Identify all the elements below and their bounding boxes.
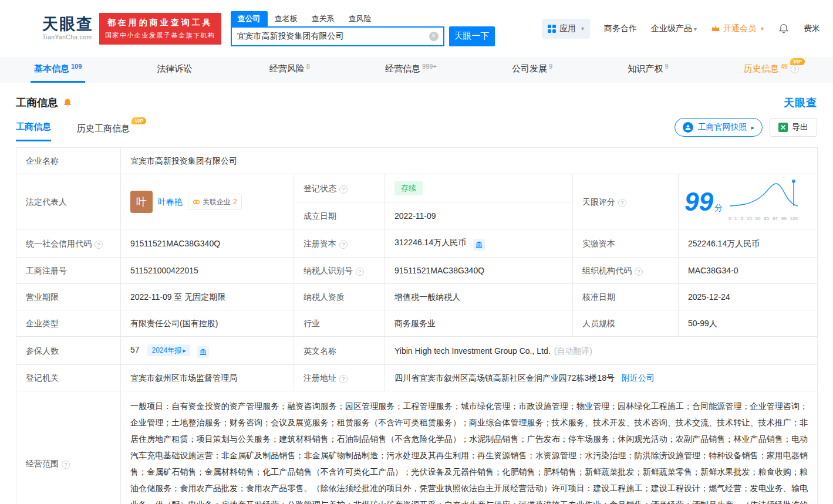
apps-label: 应用 [559,23,576,34]
taxpayer-quality-value: 增值税一般纳税人 [385,284,573,310]
export-button[interactable]: 导出 [770,118,817,137]
field-label: 工商注册号 [16,258,121,284]
chevron-right-icon: ▸ [751,124,754,131]
field-label: 实缴资本 [573,229,679,258]
help-icon[interactable]: ? [95,241,103,249]
logo-text: 天眼查 TianYanCha.com [42,16,93,40]
search-tab-company[interactable]: 查公司 [231,11,268,26]
legal-rep-avatar[interactable]: 叶 [130,191,153,213]
tab-label: 经营信息 [385,63,420,75]
nav-open-vip[interactable]: 开通会员 ▾ [711,23,764,34]
help-icon[interactable]: ? [339,375,348,383]
apps-menu-button[interactable]: 应用 ▾ [542,19,590,39]
table-row-credit-code: 统一社会信用代码? 91511521MAC38G340Q 注册资本? 31224… [16,229,818,258]
tab-company-development[interactable]: 公司发展9 [508,57,556,83]
slogan-banner: 都在用的商业查询工具 国家中小企业发展子基金旗下机构 [99,13,221,45]
table-row-reg-number: 工商注册号 511521000422015 纳税人识别号? 91511521MA… [16,258,818,284]
field-label: 人员规模 [573,310,679,337]
help-icon[interactable]: ? [791,65,799,73]
chevron-down-icon: ▾ [761,25,764,32]
logo-swirl-icon [8,14,38,43]
field-label: 企业类型 [16,310,121,337]
help-icon[interactable]: ? [339,185,348,194]
tab-count: 109 [71,63,82,70]
capital-detail-icon[interactable] [473,239,485,251]
legal-rep-name-link[interactable]: 叶春艳 [158,195,183,208]
tab-label: 基本信息 [34,63,69,75]
field-label: 英文名称 [294,337,385,365]
nav-enterprise-products[interactable]: 企业级产品▾ [651,23,697,34]
help-icon[interactable]: ? [356,268,364,276]
site-header: 天眼查 TianYanCha.com 都在用的商业查询工具 国家中小企业发展子基… [0,0,833,57]
business-info-table: 企业名称 宜宾市高新投资集团有限公司 法定代表人 叶 叶春艳 关联企业 2 [16,147,818,504]
tab-legal-litigation[interactable]: 法律诉讼 [154,57,198,83]
chevron-down-icon: ▾ [694,26,697,32]
search-tab-relation[interactable]: 查关系 [305,11,342,26]
field-label: 注册资本? [294,229,385,258]
search-input[interactable] [232,32,429,41]
tab-intellectual-property[interactable]: 知识产权9 [624,57,672,83]
clear-search-icon[interactable]: × [429,32,439,41]
section-title: 工商信息 [16,96,58,110]
tab-operation-info[interactable]: 经营信息999+ [382,57,440,83]
field-label: 统一社会信用代码? [16,229,121,258]
tianyancha-logo[interactable]: 天眼查 TianYanCha.com [8,14,93,43]
help-icon[interactable]: ? [635,268,643,276]
tab-label: 知识产权 [628,63,663,75]
insured-detail-icon[interactable] [197,346,209,358]
score-curve-chart: 0151550859799100 [729,178,799,225]
table-row-business-scope: 经营范围? 一般项目：自有资金投资的资产管理服务；融资咨询服务；园区管理服务；工… [16,391,818,504]
search-button[interactable]: 天眼一下 [449,26,495,46]
tab-count: 8 [306,63,310,70]
help-icon[interactable]: ? [62,461,70,469]
insured-cell: 57 2024年报▸ [121,337,294,365]
help-icon[interactable]: ? [339,241,348,249]
subtab-business-info[interactable]: 工商信息 [16,121,51,141]
legal-rep-cell: 叶 叶春艳 关联企业 2 [121,174,294,229]
subtab-history-business-info[interactable]: VIP 历史工商信息 [77,123,130,141]
help-icon[interactable]: ? [618,199,626,207]
crown-icon [711,25,720,32]
tab-label: 经营风险 [269,63,305,75]
search-tab-boss[interactable]: 查老板 [268,11,305,26]
logo-domain: TianYanCha.com [42,34,93,40]
company-name-value: 宜宾市高新投资集团有限公司 [121,148,818,174]
nav-user[interactable]: 费米 [804,23,820,34]
excel-icon [778,123,788,132]
staff-size-value: 50-99人 [679,310,818,337]
tab-history-info[interactable]: VIP 历史信息49 ? [740,57,802,83]
field-label: 核准日期 [573,284,679,310]
establish-date-value: 2022-11-09 [385,202,573,229]
business-scope-value: 一般项目：自有资金投资的资产管理服务；融资咨询服务；园区管理服务；工程管理服务；… [121,391,818,504]
taxpayer-id-value: 91511521MAC38G340Q [385,258,573,284]
tab-operation-risk[interactable]: 经营风险8 [266,57,313,83]
related-companies-label: 关联企业 [203,195,231,208]
snapshot-person-icon [683,122,693,133]
related-companies-badge[interactable]: 关联企业 2 [188,194,242,210]
nearby-companies-link[interactable]: 附近公司 [622,373,655,383]
tab-count: 9 [665,63,668,70]
tab-count: 49 [781,63,788,70]
reg-status-cell: 存续 [385,174,573,202]
official-snapshot-button[interactable]: 工商官网快照 ▸ [675,118,763,137]
subscribe-bell-icon[interactable] [63,98,72,107]
chevron-right-icon: ▸ [183,346,186,355]
field-label: 注册地址? [294,365,385,391]
reg-capital-value: 312246.14万人民币 [394,238,466,247]
field-label: 行业 [294,310,385,337]
status-badge: 存续 [394,181,423,195]
notification-bell-button[interactable] [778,23,790,35]
annual-report-badge[interactable]: 2024年报▸ [147,344,190,356]
search-tab-risk[interactable]: 查风险 [342,11,379,26]
slogan-line1: 都在用的商业查询工具 [105,18,215,28]
tab-basic-info[interactable]: 基本信息109 [31,57,85,83]
reg-number-value: 511521000422015 [121,258,294,284]
english-name-value: Yibin High tech Investment Group Co., Lt… [394,346,551,356]
paid-capital-value: 252246.14万人民币 [679,229,818,258]
open-vip-label: 开通会员 [723,23,756,34]
nav-business-cooperation[interactable]: 商务合作 [604,23,637,34]
score-value: 99 [684,187,713,216]
tianyan-score-cell[interactable]: 99分 0151550859799100 [679,174,818,229]
search-area: 查公司 查老板 查关系 查风险 × 天眼一下 [231,11,495,46]
field-label: 营业期限 [16,284,121,310]
